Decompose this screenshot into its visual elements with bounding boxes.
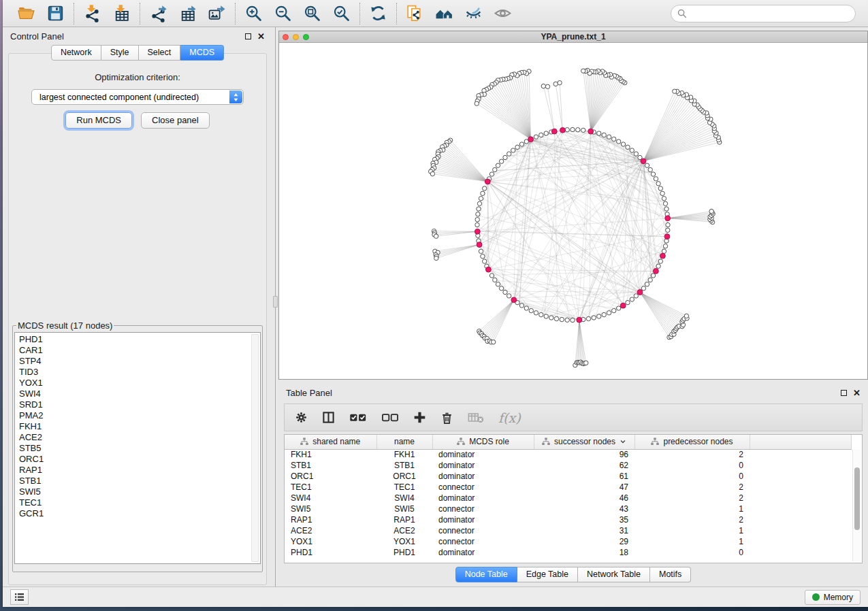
table-cell[interactable]: 1 xyxy=(634,503,750,514)
table-cell[interactable]: PHD1 xyxy=(285,547,376,558)
table-cell[interactable]: PHD1 xyxy=(376,547,432,558)
table-cell[interactable]: YOX1 xyxy=(376,536,432,547)
column-header-mcds-role[interactable]: MCDS role xyxy=(432,435,534,449)
table-row[interactable]: SWI4SWI4dominator462 xyxy=(285,493,852,503)
tab-style[interactable]: Style xyxy=(101,45,139,61)
mcds-result-item[interactable]: TEC1 xyxy=(19,497,249,508)
import-table-icon[interactable] xyxy=(112,4,131,22)
column-header-predecessor-nodes[interactable]: predecessor nodes xyxy=(634,435,750,449)
table-cell[interactable]: 2 xyxy=(634,449,750,460)
control-panel-float-button[interactable] xyxy=(245,33,251,39)
table-row[interactable]: STB1STB1dominator620 xyxy=(285,460,852,471)
table-cell[interactable]: 43 xyxy=(534,503,634,514)
table-cell[interactable]: 0 xyxy=(634,460,750,471)
mcds-result-item[interactable]: STB5 xyxy=(19,443,249,454)
mcds-result-item[interactable]: STB1 xyxy=(19,476,249,486)
mcds-result-item[interactable]: ORC1 xyxy=(19,454,249,465)
table-row[interactable]: PHD1PHD1dominator180 xyxy=(285,547,852,558)
mcds-result-item[interactable]: PMA2 xyxy=(19,410,249,421)
table-cell[interactable]: STB1 xyxy=(285,460,376,471)
refresh-layout-icon[interactable] xyxy=(369,4,387,22)
table-cell[interactable]: ORC1 xyxy=(376,471,432,482)
table-cell[interactable]: connector xyxy=(432,536,534,547)
column-header-name[interactable]: name xyxy=(376,435,432,449)
deselect-all-icon[interactable] xyxy=(381,412,399,423)
table-row[interactable]: SWI5SWI5connector431 xyxy=(285,503,852,514)
mcds-result-item[interactable]: SWI5 xyxy=(19,486,249,497)
zoom-selected-icon[interactable] xyxy=(332,4,351,22)
table-cell[interactable]: SWI4 xyxy=(376,493,432,503)
table-row[interactable]: YOX1YOX1connector291 xyxy=(285,536,852,547)
table-row[interactable]: FKH1FKH1dominator962 xyxy=(285,449,852,460)
tab-network[interactable]: Network xyxy=(51,45,101,61)
mcds-result-item[interactable]: RAP1 xyxy=(19,465,249,476)
column-selector-icon[interactable] xyxy=(322,411,335,424)
select-all-icon[interactable] xyxy=(349,412,367,423)
open-session-icon[interactable] xyxy=(17,4,35,22)
mcds-result-item[interactable]: PHD1 xyxy=(19,334,249,345)
table-cell[interactable]: 2 xyxy=(634,493,750,503)
table-cell[interactable]: dominator xyxy=(432,460,534,471)
tab-network-table[interactable]: Network Table xyxy=(578,567,650,582)
table-cell[interactable]: dominator xyxy=(432,514,534,525)
vertical-splitter[interactable] xyxy=(272,27,278,587)
mcds-result-item[interactable]: GCR1 xyxy=(19,508,249,519)
tab-mcds[interactable]: MCDS xyxy=(180,45,224,61)
table-cell[interactable]: 2 xyxy=(634,514,750,525)
column-header-successor-nodes[interactable]: successor nodes xyxy=(534,435,634,449)
table-cell[interactable]: connector xyxy=(432,503,534,514)
control-panel-close-button[interactable]: ✕ xyxy=(257,32,265,41)
table-panel-close-button[interactable]: ✕ xyxy=(853,389,861,397)
memory-button[interactable]: Memory xyxy=(805,590,861,605)
table-cell[interactable]: ACE2 xyxy=(285,525,376,536)
show-all-icon[interactable] xyxy=(494,4,512,22)
table-cell[interactable]: FKH1 xyxy=(285,449,376,460)
table-cell[interactable]: ACE2 xyxy=(376,525,432,536)
table-cell[interactable]: TEC1 xyxy=(376,482,432,493)
splitter-handle[interactable] xyxy=(273,296,278,308)
table-cell[interactable]: SWI5 xyxy=(285,503,376,514)
table-row[interactable]: RAP1RAP1dominator352 xyxy=(285,514,852,525)
table-cell[interactable]: connector xyxy=(432,482,534,493)
hide-selected-icon[interactable] xyxy=(464,4,483,22)
table-cell[interactable]: dominator xyxy=(432,493,534,503)
close-panel-button[interactable]: Close panel xyxy=(141,112,210,129)
table-cell[interactable]: dominator xyxy=(432,449,534,460)
zoom-out-icon[interactable] xyxy=(274,4,292,22)
table-panel-float-button[interactable] xyxy=(841,390,847,396)
mcds-result-list[interactable]: PHD1CAR1STP4TID3YOX1SWI4SRD1PMA2FKH1ACE2… xyxy=(14,332,261,564)
tab-edge-table[interactable]: Edge Table xyxy=(517,567,578,582)
task-history-button[interactable] xyxy=(10,589,29,605)
mcds-result-item[interactable]: SWI4 xyxy=(19,389,249,399)
table-cell[interactable]: SWI4 xyxy=(285,493,376,503)
tab-select[interactable]: Select xyxy=(139,45,181,61)
mcds-result-item[interactable]: STP4 xyxy=(19,356,249,367)
table-cell[interactable]: TEC1 xyxy=(285,482,376,493)
add-icon[interactable] xyxy=(413,411,426,424)
search-input[interactable] xyxy=(690,9,849,18)
optimization-criterion-select[interactable]: largest connected component (undirected) xyxy=(31,89,244,105)
table-cell[interactable]: 62 xyxy=(534,460,634,471)
zoom-in-icon[interactable] xyxy=(244,4,263,22)
table-cell[interactable]: SWI5 xyxy=(376,503,432,514)
new-network-from-selection-icon[interactable] xyxy=(406,4,424,22)
table-row[interactable]: TEC1TEC1connector472 xyxy=(285,482,852,493)
table-cell[interactable]: 29 xyxy=(534,536,634,547)
mcds-list-scrollbar[interactable] xyxy=(251,334,259,562)
table-cell[interactable]: 18 xyxy=(534,547,634,558)
zoom-fit-icon[interactable] xyxy=(303,4,321,22)
table-cell[interactable]: RAP1 xyxy=(285,514,376,525)
table-cell[interactable]: FKH1 xyxy=(376,449,432,460)
mcds-result-item[interactable]: FKH1 xyxy=(19,421,249,432)
table-scrollbar[interactable] xyxy=(852,450,861,561)
tab-motifs[interactable]: Motifs xyxy=(650,567,691,582)
table-cell[interactable]: dominator xyxy=(432,547,534,558)
table-cell[interactable]: RAP1 xyxy=(376,514,432,525)
table-cell[interactable]: 35 xyxy=(534,514,634,525)
column-header-shared-name[interactable]: shared name xyxy=(285,435,376,449)
run-mcds-button[interactable]: Run MCDS xyxy=(65,112,132,129)
table-cell[interactable]: 47 xyxy=(534,482,634,493)
table-cell[interactable]: STB1 xyxy=(376,460,432,471)
table-cell[interactable]: dominator xyxy=(432,471,534,482)
table-cell[interactable]: 2 xyxy=(634,482,750,493)
